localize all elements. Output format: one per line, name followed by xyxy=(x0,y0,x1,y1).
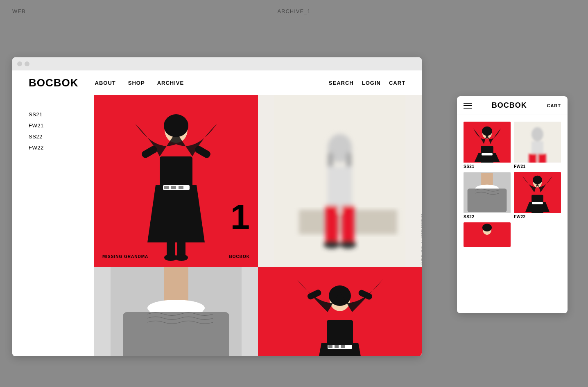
svg-rect-50 xyxy=(482,153,493,156)
gallery-item-2[interactable] xyxy=(258,95,422,267)
top-label-archive: ARCHIVE_1 xyxy=(277,8,310,14)
browser-chrome xyxy=(12,57,422,70)
gallery-item-4[interactable] xyxy=(258,267,422,356)
svg-rect-54 xyxy=(529,154,536,163)
browser-dot-2 xyxy=(25,61,29,66)
desktop-browser: BOCBOK ABOUT SHOP ARCHIVE SEARCH LOGIN C… xyxy=(12,57,422,356)
archive-number: 1 xyxy=(231,199,250,234)
gallery-figure-4 xyxy=(258,267,422,356)
mobile-img-extra xyxy=(464,222,511,247)
caption-left: MISSING GRANDMA xyxy=(102,254,148,259)
mobile-label-fw21: FW21 xyxy=(514,164,561,169)
mobile-grid: SS21 FW21 xyxy=(457,115,568,253)
mobile-label-ss21: SS21 xyxy=(464,164,511,169)
svg-point-23 xyxy=(323,240,340,249)
svg-rect-29 xyxy=(123,312,229,356)
gallery-figure-2 xyxy=(258,95,422,267)
caption-right: BOCBOK xyxy=(229,254,250,259)
site-sidebar: SS21 FW21 SS22 FW22 xyxy=(12,95,94,356)
svg-rect-38 xyxy=(328,345,332,348)
svg-marker-36 xyxy=(313,343,366,356)
nav-cart[interactable]: CART xyxy=(389,80,405,86)
svg-rect-21 xyxy=(326,206,338,242)
hamburger-line-1 xyxy=(464,103,472,104)
svg-rect-10 xyxy=(179,186,183,189)
site-header: BOCBOK ABOUT SHOP ARCHIVE SEARCH LOGIN C… xyxy=(12,70,422,95)
mobile-label-ss22: SS22 xyxy=(464,215,511,219)
browser-content: BOCBOK ABOUT SHOP ARCHIVE SEARCH LOGIN C… xyxy=(12,70,422,356)
mobile-item-extra[interactable] xyxy=(464,222,511,247)
sidebar-ss22[interactable]: SS22 xyxy=(29,134,78,140)
site-logo: BOCBOK xyxy=(29,77,79,89)
mobile-img-ss21 xyxy=(464,122,511,163)
svg-point-68 xyxy=(482,224,492,231)
svg-rect-20 xyxy=(328,167,352,212)
nav-about[interactable]: ABOUT xyxy=(95,80,116,86)
mobile-item-fw22[interactable]: FW22 xyxy=(514,172,561,219)
sidebar-ss21[interactable]: SS21 xyxy=(29,111,78,118)
svg-rect-39 xyxy=(335,345,339,348)
svg-rect-65 xyxy=(532,202,543,204)
site-main: 1 MISSING GRANDMA BOCBOK xyxy=(94,95,422,356)
mobile-img-fw22 xyxy=(514,172,561,213)
svg-rect-55 xyxy=(538,154,546,163)
nav-archive[interactable]: ARCHIVE xyxy=(157,80,184,86)
svg-point-14 xyxy=(175,254,188,261)
svg-rect-59 xyxy=(468,188,507,212)
nav-login[interactable]: LOGIN xyxy=(362,80,381,86)
svg-point-52 xyxy=(531,127,543,142)
site-body: SS21 FW21 SS22 FW22 xyxy=(12,95,422,356)
svg-rect-22 xyxy=(342,206,354,242)
sidebar-fw21[interactable]: FW21 xyxy=(29,122,78,129)
gallery-figure-1 xyxy=(94,95,258,267)
mobile-img-fw21 xyxy=(514,122,561,163)
gallery-item-1[interactable]: 1 MISSING GRANDMA BOCBOK xyxy=(94,95,258,267)
mobile-label-fw22: FW22 xyxy=(514,215,561,219)
svg-point-24 xyxy=(340,240,356,249)
svg-rect-8 xyxy=(164,186,169,189)
mobile-cart[interactable]: CART xyxy=(547,103,561,108)
site-actions: SEARCH LOGIN CART xyxy=(329,80,405,86)
mobile-browser: BOCBOK CART SS21 xyxy=(457,96,568,313)
mobile-item-ss22[interactable]: SS22 xyxy=(464,172,511,219)
site-nav: ABOUT SHOP ARCHIVE xyxy=(95,80,184,86)
mobile-item-fw21[interactable]: FW21 xyxy=(514,122,561,169)
svg-rect-9 xyxy=(171,186,176,189)
gallery-figure-3 xyxy=(94,267,258,356)
mobile-img-ss22 xyxy=(464,172,511,213)
hamburger-line-3 xyxy=(464,108,472,109)
nav-shop[interactable]: SHOP xyxy=(128,80,145,86)
svg-marker-4 xyxy=(147,185,205,242)
nav-search[interactable]: SEARCH xyxy=(329,80,354,86)
hamburger-menu[interactable] xyxy=(464,103,472,109)
svg-rect-40 xyxy=(341,345,345,348)
browser-dot-1 xyxy=(17,61,22,66)
mobile-item-ss21[interactable]: SS21 xyxy=(464,122,511,169)
mobile-logo: BOCBOK xyxy=(492,101,527,110)
sidebar-fw22[interactable]: FW22 xyxy=(29,145,78,151)
hamburger-line-2 xyxy=(464,105,472,106)
top-label-web: WEB xyxy=(12,8,26,14)
site-copyright: ©BOCBOK. All rights reserved. xyxy=(420,213,422,265)
gallery-item-3[interactable] xyxy=(94,267,258,356)
mobile-header: BOCBOK CART xyxy=(457,96,568,115)
